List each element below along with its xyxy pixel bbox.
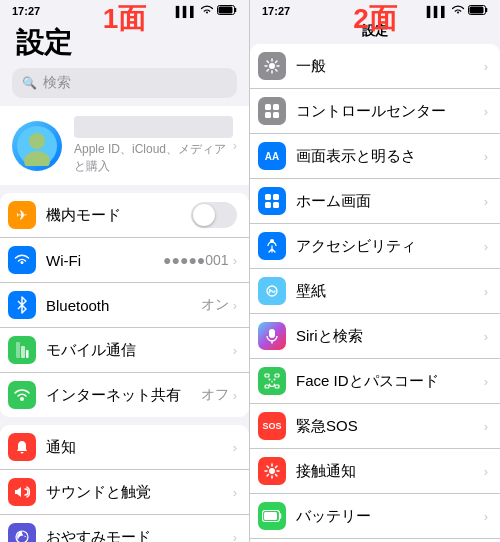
p2-exposure-content: 接触通知 › xyxy=(296,462,488,481)
wifi-setting-icon xyxy=(8,246,36,274)
p2-access-item[interactable]: アクセシビリティ › xyxy=(250,224,500,269)
profile-avatar xyxy=(12,121,62,171)
svg-rect-23 xyxy=(265,194,271,200)
bluetooth-content: Bluetooth オン › xyxy=(46,296,237,314)
mobile-chevron: › xyxy=(233,343,237,358)
dnd-item[interactable]: おやすみモード › xyxy=(0,515,249,542)
wifi-chevron: › xyxy=(233,253,237,268)
p2-control-label: コントロールセンター xyxy=(296,102,446,121)
svg-rect-21 xyxy=(265,112,271,118)
p2-battery-item[interactable]: バッテリー › xyxy=(250,494,500,539)
wifi-label: Wi-Fi xyxy=(46,252,81,269)
airplane-toggle[interactable] xyxy=(191,202,237,228)
p2-battery-label: バッテリー xyxy=(296,507,371,526)
search-bar[interactable]: 🔍 検索 xyxy=(12,68,237,98)
panel-2: 2面 17:27 ▌▌▌ 設定 一般 › xyxy=(250,0,500,542)
dnd-label: おやすみモード xyxy=(46,528,151,543)
p2-wallpaper-label: 壁紙 xyxy=(296,282,326,301)
hotspot-chevron: › xyxy=(233,388,237,403)
p2-access-icon xyxy=(258,232,286,260)
p2-home-item[interactable]: ホーム画面 › xyxy=(250,179,500,224)
p2-siri-item[interactable]: Siriと検索 › xyxy=(250,314,500,359)
profile-item[interactable]: Apple ID、iCloud、メディアと購入 › xyxy=(0,106,249,185)
p2-home-content: ホーム画面 › xyxy=(296,192,488,211)
p2-control-icon xyxy=(258,97,286,125)
p2-wallpaper-item[interactable]: 壁紙 › xyxy=(250,269,500,314)
p2-display-icon: AA xyxy=(258,142,286,170)
dnd-icon xyxy=(8,523,36,542)
bluetooth-value: オン xyxy=(201,296,229,314)
p2-wallpaper-icon xyxy=(258,277,286,305)
p2-general-item[interactable]: 一般 › xyxy=(250,44,500,89)
p2-control-item[interactable]: コントロールセンター › xyxy=(250,89,500,134)
bluetooth-label: Bluetooth xyxy=(46,297,109,314)
notification-item[interactable]: 通知 › xyxy=(0,425,249,470)
mobile-content: モバイル通信 › xyxy=(46,341,237,360)
airplane-toggle-knob xyxy=(193,204,215,226)
wifi-icon xyxy=(200,5,214,17)
status-icons-1: ▌▌▌ xyxy=(176,5,237,17)
hotspot-right: オフ › xyxy=(201,386,237,404)
svg-rect-24 xyxy=(273,194,279,200)
mobile-icon xyxy=(8,336,36,364)
p2-home-chevron: › xyxy=(484,194,488,209)
svg-rect-33 xyxy=(275,374,279,377)
wifi-value: ●●●●●001 xyxy=(163,252,229,268)
dnd-chevron: › xyxy=(233,530,237,543)
svg-rect-9 xyxy=(26,350,29,358)
p2-faceid-item[interactable]: Face IDとパスコード › xyxy=(250,359,500,404)
bluetooth-right: オン › xyxy=(201,296,237,314)
search-icon: 🔍 xyxy=(22,76,37,90)
airplane-icon: ✈ xyxy=(8,201,36,229)
panel2-subtitle: 設定 xyxy=(250,20,500,44)
p2-control-content: コントロールセンター › xyxy=(296,102,488,121)
wifi-item[interactable]: Wi-Fi ●●●●●001 › xyxy=(0,238,249,283)
p2-display-item[interactable]: AA 画面表示と明るさ › xyxy=(250,134,500,179)
profile-sub: Apple ID、iCloud、メディアと購入 xyxy=(74,141,233,175)
svg-rect-19 xyxy=(265,104,271,110)
p2-display-label: 画面表示と明るさ xyxy=(296,147,416,166)
p2-faceid-label: Face IDとパスコード xyxy=(296,372,439,391)
battery-icon-2 xyxy=(468,5,488,17)
notification-icon xyxy=(8,433,36,461)
status-time-1: 17:27 xyxy=(12,5,40,17)
p2-sos-chevron: › xyxy=(484,419,488,434)
svg-rect-49 xyxy=(264,512,277,520)
svg-rect-8 xyxy=(21,346,25,358)
p2-sos-icon: SOS xyxy=(258,412,286,440)
p2-siri-icon xyxy=(258,322,286,350)
p2-battery-content: バッテリー › xyxy=(296,507,488,526)
sound-item[interactable]: サウンドと触覚 › xyxy=(0,470,249,515)
p2-access-chevron: › xyxy=(484,239,488,254)
p2-general-label: 一般 xyxy=(296,57,326,76)
p2-home-icon xyxy=(258,187,286,215)
wifi-right: ●●●●●001 › xyxy=(163,252,237,268)
p2-sos-item[interactable]: SOS 緊急SOS › xyxy=(250,404,500,449)
profile-chevron: › xyxy=(233,138,237,153)
airplane-label: 機内モード xyxy=(46,206,121,225)
dnd-content: おやすみモード › xyxy=(46,528,237,543)
wifi-content: Wi-Fi ●●●●●001 › xyxy=(46,252,237,269)
airplane-content: 機内モード xyxy=(46,202,237,228)
hotspot-value: オフ xyxy=(201,386,229,404)
svg-rect-30 xyxy=(269,329,275,338)
search-placeholder: 検索 xyxy=(43,74,71,92)
p2-faceid-content: Face IDとパスコード › xyxy=(296,372,488,391)
connectivity-section: ✈ 機内モード Wi-Fi ●●●●●001 › xyxy=(0,193,249,417)
status-time-2: 17:27 xyxy=(262,5,290,17)
svg-rect-32 xyxy=(265,374,269,377)
bluetooth-item[interactable]: Bluetooth オン › xyxy=(0,283,249,328)
sound-icon xyxy=(8,478,36,506)
page-title-1: 設定 xyxy=(0,20,249,68)
hotspot-label: インターネット共有 xyxy=(46,386,181,405)
p2-exposure-item[interactable]: 接触通知 › xyxy=(250,449,500,494)
mobile-item[interactable]: モバイル通信 › xyxy=(0,328,249,373)
sound-label: サウンドと触覚 xyxy=(46,483,151,502)
status-icons-2: ▌▌▌ xyxy=(427,5,488,17)
airplane-mode-item[interactable]: ✈ 機内モード xyxy=(0,193,249,238)
panel2-group1: 一般 › コントロールセンター › AA 画面表示と明るさ › xyxy=(250,44,500,542)
signal-icon-2: ▌▌▌ xyxy=(427,6,448,17)
hotspot-item[interactable]: インターネット共有 オフ › xyxy=(0,373,249,417)
p2-general-icon xyxy=(258,52,286,80)
p2-general-content: 一般 › xyxy=(296,57,488,76)
